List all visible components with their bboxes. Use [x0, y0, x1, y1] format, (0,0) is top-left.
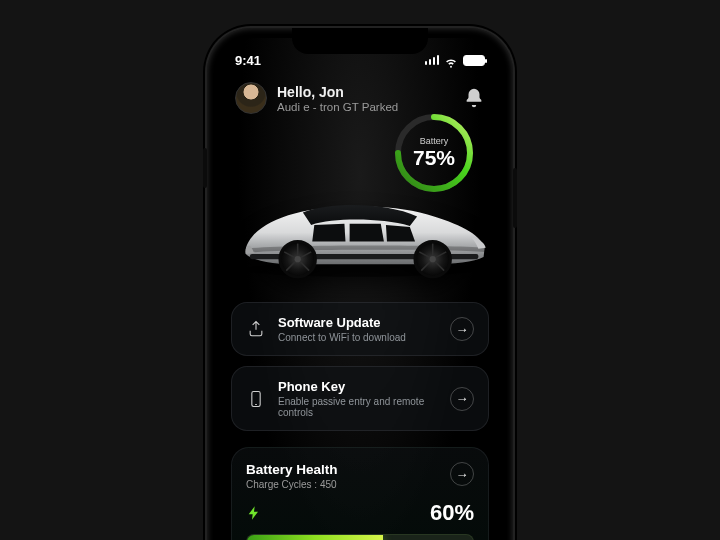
phone-frame: 9:41 Hello, Jon Audi e - tron GT Parked: [207, 28, 513, 540]
header: Hello, Jon Audi e - tron GT Parked: [217, 72, 503, 114]
card-title: Software Update: [278, 315, 438, 330]
lightning-bolt-icon: [246, 505, 262, 521]
wifi-icon: [444, 55, 458, 65]
battery-status-icon: [463, 55, 485, 66]
battery-gauge-label: Battery: [420, 136, 449, 146]
arrow-right-icon[interactable]: →: [450, 387, 474, 411]
battery-health-progress: [246, 534, 474, 540]
battery-gauge-value: 75%: [413, 146, 455, 170]
card-subtitle: Enable passive entry and remote controls: [278, 396, 438, 418]
status-indicators: [425, 55, 486, 66]
battery-health-percent: 60%: [430, 500, 474, 526]
phone-icon: [246, 389, 266, 409]
svg-point-11: [295, 256, 301, 262]
phone-key-card[interactable]: Phone Key Enable passive entry and remot…: [231, 366, 489, 431]
app-screen: 9:41 Hello, Jon Audi e - tron GT Parked: [217, 38, 503, 540]
upload-icon: [246, 319, 266, 339]
vehicle-status-text: Audi e - tron GT Parked: [277, 101, 398, 113]
svg-point-19: [430, 256, 436, 262]
cards-section: Software Update Connect to WiFi to downl…: [217, 294, 503, 540]
software-update-card[interactable]: Software Update Connect to WiFi to downl…: [231, 302, 489, 356]
arrow-right-icon[interactable]: →: [450, 317, 474, 341]
greeting-block: Hello, Jon Audi e - tron GT Parked: [277, 84, 398, 113]
card-subtitle: Connect to WiFi to download: [278, 332, 438, 343]
avatar[interactable]: [235, 82, 267, 114]
hero-section: Battery 75%: [217, 114, 503, 294]
charge-cycles-text: Charge Cycles : 450: [246, 479, 338, 490]
battery-health-card[interactable]: Battery Health Charge Cycles : 450 → 60%: [231, 447, 489, 540]
status-time: 9:41: [235, 53, 261, 68]
device-notch: [292, 28, 428, 54]
battery-health-title: Battery Health: [246, 462, 338, 477]
cellular-icon: [425, 55, 440, 65]
notification-bell-icon[interactable]: [463, 87, 485, 109]
card-title: Phone Key: [278, 379, 438, 394]
greeting-text: Hello, Jon: [277, 84, 398, 100]
vehicle-image: [225, 168, 495, 288]
battery-health-progress-fill: [247, 535, 383, 540]
arrow-right-icon[interactable]: →: [450, 462, 474, 486]
